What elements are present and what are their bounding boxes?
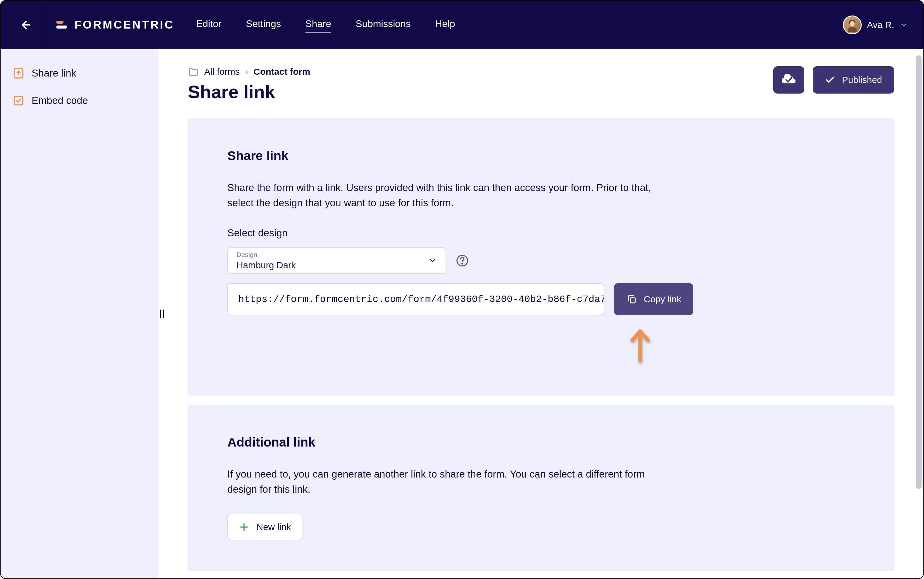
nav-submissions[interactable]: Submissions: [356, 18, 411, 32]
sidebar-collapse-handle[interactable]: [160, 309, 164, 318]
user-menu[interactable]: Ava R.: [843, 15, 909, 34]
nav-share[interactable]: Share: [305, 18, 331, 32]
nav-help[interactable]: Help: [435, 18, 455, 32]
svg-rect-1: [56, 21, 64, 24]
back-arrow-icon: [20, 19, 32, 31]
share-link-card: Share link Share the form with a link. U…: [188, 118, 894, 396]
new-link-label: New link: [257, 522, 291, 532]
select-inner-label: Design: [236, 251, 437, 259]
copy-link-button[interactable]: Copy link: [614, 283, 693, 315]
design-select[interactable]: Design Hamburg Dark: [227, 247, 446, 274]
sidebar-item-label: Share link: [32, 67, 76, 79]
check-icon: [825, 75, 835, 85]
nav-editor[interactable]: Editor: [196, 18, 221, 32]
card-description: If you need to, you can generate another…: [227, 466, 659, 497]
card-description: Share the form with a link. Users provid…: [227, 180, 659, 210]
sidebar: Share link Embed code: [1, 49, 159, 578]
logo-text: FORMCENTRIC: [74, 18, 174, 31]
top-navigation: FORMCENTRIC Editor Settings Share Submis…: [1, 1, 923, 49]
content-area: All forms › Contact form Share link: [159, 49, 923, 578]
svg-point-5: [850, 21, 854, 26]
folder-icon: [188, 66, 199, 77]
card-title: Share link: [227, 149, 855, 163]
new-link-button[interactable]: New link: [227, 514, 302, 540]
breadcrumb: All forms › Contact form: [188, 66, 310, 77]
formcentric-logo-icon: [56, 19, 68, 31]
sidebar-item-share-link[interactable]: Share link: [12, 62, 147, 84]
published-label: Published: [842, 75, 882, 85]
share-link-input[interactable]: https://form.formcentric.com/form/4f9936…: [227, 283, 604, 315]
published-button[interactable]: Published: [813, 66, 894, 93]
avatar: [843, 15, 862, 34]
embed-code-icon: [12, 94, 25, 107]
additional-link-card: Additional link If you need to, you can …: [188, 405, 894, 571]
copy-link-label: Copy link: [644, 294, 681, 304]
cloud-save-button[interactable]: [773, 66, 804, 93]
arrow-annotation: [629, 327, 855, 365]
back-button[interactable]: [16, 1, 42, 49]
copy-icon: [626, 294, 637, 305]
share-link-icon: [12, 67, 25, 80]
plus-icon: [239, 522, 249, 532]
svg-rect-7: [14, 96, 23, 105]
cloud-check-icon: [781, 72, 797, 88]
scrollbar[interactable]: [916, 55, 922, 527]
logo[interactable]: FORMCENTRIC: [56, 18, 174, 31]
select-value: Hamburg Dark: [236, 260, 437, 270]
select-design-label: Select design: [227, 227, 855, 239]
svg-point-9: [462, 263, 463, 264]
nav-settings[interactable]: Settings: [246, 18, 281, 32]
card-title: Additional link: [227, 435, 855, 450]
help-icon[interactable]: [456, 254, 469, 267]
breadcrumb-separator: ›: [245, 67, 248, 77]
sidebar-item-embed-code[interactable]: Embed code: [12, 90, 147, 111]
sidebar-item-label: Embed code: [32, 95, 88, 106]
breadcrumb-root[interactable]: All forms: [204, 67, 240, 77]
svg-rect-10: [631, 298, 636, 303]
breadcrumb-current: Contact form: [254, 67, 310, 77]
chevron-down-icon: [900, 21, 908, 29]
user-name: Ava R.: [867, 20, 895, 30]
chevron-down-icon: [428, 256, 437, 265]
svg-rect-2: [56, 26, 67, 29]
page-title: Share link: [188, 82, 310, 102]
